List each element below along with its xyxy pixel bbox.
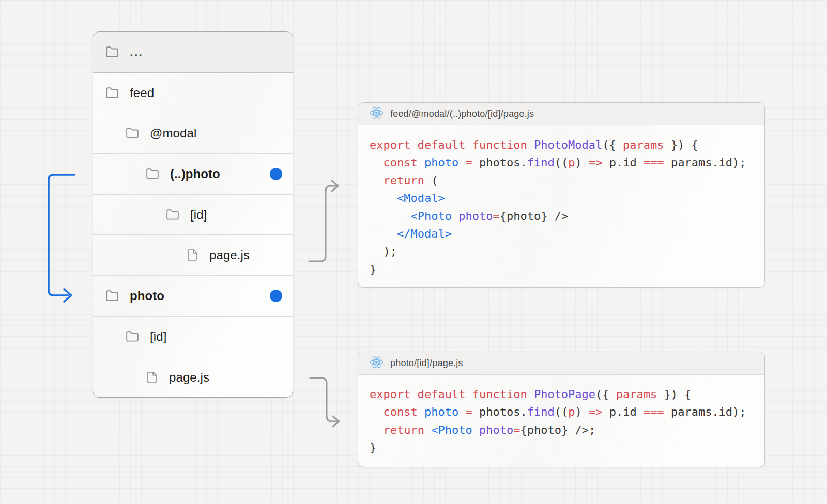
photo-page-to-code-arrow <box>308 373 345 429</box>
tree-row-label: photo <box>130 289 164 303</box>
code-line: const photo = photos.find((p) => p.id ==… <box>370 403 753 421</box>
tree-row-label: (..)photo <box>170 167 220 181</box>
code-line: export default function PhotoModal({ par… <box>370 136 753 154</box>
code-line: <Photo photo={photo} /> <box>370 208 753 225</box>
folder-icon <box>126 330 139 343</box>
folder-icon <box>105 289 119 303</box>
folder-icon <box>126 127 139 140</box>
tree-row-photo: (..)photo <box>93 154 293 195</box>
code-line: return <Photo photo={photo} />; <box>370 421 753 439</box>
intercept-route-arrow <box>44 168 76 304</box>
file-icon <box>186 249 198 261</box>
tree-row-page-js: page.js <box>93 357 293 398</box>
folder-icon <box>105 86 119 100</box>
code-line: <Modal> <box>370 190 753 207</box>
code-card-intercepted-route: feed/@modal/(..)photo/[id]/page.js expor… <box>358 102 765 288</box>
folder-icon <box>105 45 119 59</box>
code-file-path: feed/@modal/(..)photo/[id]/page.js <box>390 108 534 119</box>
tree-row-: ... <box>93 32 293 73</box>
code-file-path: photo/[id]/page.js <box>390 358 463 369</box>
code-line: } <box>370 261 753 278</box>
tree-row-id: [id] <box>93 195 293 235</box>
tree-row-page-js: page.js <box>93 235 293 276</box>
tree-row-label: @modal <box>150 126 196 140</box>
code-card-header: feed/@modal/(..)photo/[id]/page.js <box>358 103 764 125</box>
file-tree: ...feed@modal(..)photo[id]page.jsphoto[i… <box>93 32 293 398</box>
tree-row-photo: photo <box>93 276 293 317</box>
code-line: } <box>370 439 753 456</box>
tree-row-label: [id] <box>190 208 207 222</box>
code-line: return ( <box>370 172 753 190</box>
code-snippet: export default function PhotoModal({ par… <box>358 125 764 287</box>
react-logo-icon <box>370 355 384 371</box>
react-logo-icon <box>370 106 384 122</box>
tree-row-label: [id] <box>150 329 166 344</box>
tree-row-label: feed <box>130 86 154 100</box>
code-card-header: photo/[id]/page.js <box>358 352 764 375</box>
folder-icon <box>146 167 159 181</box>
tree-row-modal: @modal <box>93 113 293 154</box>
code-line: </Modal> <box>370 225 753 243</box>
code-line: export default function PhotoPage({ para… <box>370 386 753 403</box>
active-route-dot <box>270 168 282 180</box>
tree-row-id: [id] <box>93 317 293 357</box>
code-card-photo-page: photo/[id]/page.js export default functi… <box>358 352 765 467</box>
file-icon <box>146 371 158 384</box>
folder-icon <box>166 208 179 222</box>
tree-row-feed: feed <box>93 73 293 114</box>
code-line: ); <box>370 243 753 260</box>
tree-row-label: ... <box>130 45 143 59</box>
tree-row-label: page.js <box>209 248 250 262</box>
modal-page-to-code-arrow <box>307 179 344 266</box>
code-line: const photo = photos.find((p) => p.id ==… <box>370 154 753 171</box>
tree-row-label: page.js <box>169 370 209 385</box>
code-snippet: export default function PhotoPage({ para… <box>358 375 764 465</box>
active-route-dot <box>270 290 282 302</box>
